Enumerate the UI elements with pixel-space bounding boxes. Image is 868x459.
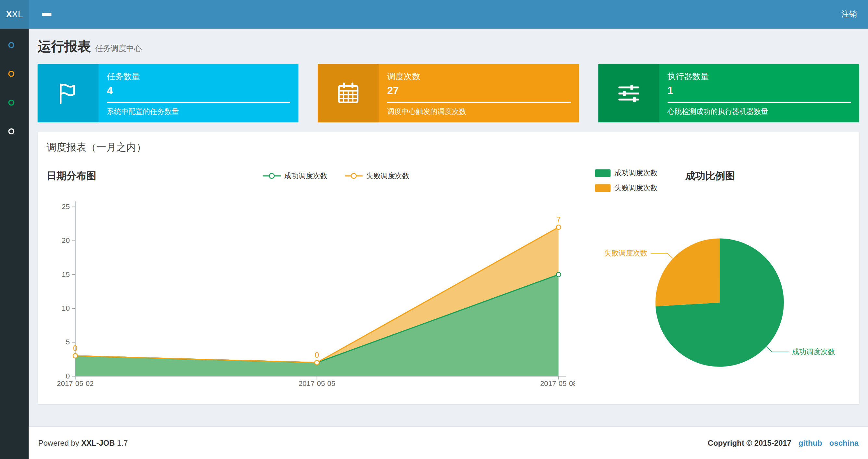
svg-text:5: 5 xyxy=(66,338,69,346)
footer-copyright: Copyright © 2015-2017 github oschina xyxy=(708,438,859,447)
footer: Powered by XXL-JOB 1.7 Copyright © 2015-… xyxy=(29,427,868,459)
info-box-value: 27 xyxy=(387,85,571,97)
panel-body: 日期分布图 成功调度次数 失败调度次数 0510152 xyxy=(38,160,859,404)
legend-label: 成功调度次数 xyxy=(284,171,328,181)
pie-chart-legend: 成功调度次数 失败调度次数 xyxy=(595,168,658,193)
page-title: 运行报表 xyxy=(38,39,91,54)
info-box-value: 4 xyxy=(107,85,290,97)
legend-item-success[interactable]: 成功调度次数 xyxy=(262,171,328,181)
top-navbar: XXL 注销 xyxy=(0,0,868,29)
footer-powered-by: Powered by XXL-JOB 1.7 xyxy=(38,438,128,447)
line-chart-legend: 成功调度次数 失败调度次数 xyxy=(96,171,575,181)
navbar-content: 注销 xyxy=(29,0,868,29)
line-chart-title: 日期分布图 xyxy=(46,169,96,183)
info-box-content: 执行器数量 1 心跳检测成功的执行器机器数量 xyxy=(659,64,859,122)
logout-link[interactable]: 注销 xyxy=(841,9,857,20)
svg-text:2017-05-05: 2017-05-05 xyxy=(299,380,335,388)
svg-text:10: 10 xyxy=(62,304,70,312)
legend-item-fail[interactable]: 失败调度次数 xyxy=(595,183,658,193)
page-subtitle: 任务调度中心 xyxy=(95,44,142,53)
line-marker-icon xyxy=(262,172,281,180)
svg-text:7: 7 xyxy=(556,215,561,224)
logo-text: XL xyxy=(12,9,23,20)
progress-bar xyxy=(107,102,290,103)
hamburger-icon xyxy=(42,13,52,16)
info-box: 调度次数 27 调度中心触发的调度次数 xyxy=(318,64,579,122)
report-panel: 调度报表（一月之内） 日期分布图 成功调度次数 失败调 xyxy=(38,132,859,404)
info-box-row: 任务数量 4 系统中配置的任务数量 xyxy=(38,64,859,122)
svg-text:0: 0 xyxy=(73,344,77,353)
info-box: 任务数量 4 系统中配置的任务数量 xyxy=(38,64,299,122)
content-header: 运行报表任务调度中心 xyxy=(29,29,868,56)
sliders-icon xyxy=(598,64,659,122)
line-chart-header: 日期分布图 成功调度次数 失败调度次数 xyxy=(46,167,575,185)
info-box-label: 执行器数量 xyxy=(668,71,851,82)
svg-text:25: 25 xyxy=(62,202,70,211)
calendar-icon xyxy=(318,64,379,122)
product-version: 1.7 xyxy=(117,438,128,447)
github-link[interactable]: github xyxy=(799,438,822,447)
circle-icon xyxy=(8,99,14,105)
circle-icon xyxy=(8,42,14,48)
success-ratio-section: 成功调度次数 失败调度次数 成功比例图 成功调度次数失败调度次数 xyxy=(575,163,850,391)
copyright-text: Copyright © 2015-2017 xyxy=(708,438,791,447)
info-box-description: 心跳检测成功的执行器机器数量 xyxy=(668,107,851,117)
legend-item-fail[interactable]: 失败调度次数 xyxy=(344,171,409,181)
svg-text:15: 15 xyxy=(62,270,70,278)
sidebar-item-4[interactable] xyxy=(0,117,29,146)
svg-text:成功调度次数: 成功调度次数 xyxy=(792,348,835,356)
main-content: 运行报表任务调度中心 任务数量 4 系统中配置的任务数量 xyxy=(29,29,868,404)
svg-text:2017-05-02: 2017-05-02 xyxy=(57,380,94,388)
info-box-content: 任务数量 4 系统中配置的任务数量 xyxy=(98,64,299,122)
sidebar-toggle-button[interactable] xyxy=(39,9,55,20)
product-name: XXL-JOB xyxy=(81,438,115,447)
powered-by-text: Powered by xyxy=(38,438,79,447)
panel-title: 调度报表（一月之内） xyxy=(38,132,859,160)
sidebar-item-1[interactable] xyxy=(0,31,29,59)
date-distribution-section: 日期分布图 成功调度次数 失败调度次数 0510152 xyxy=(46,163,575,391)
legend-swatch-icon xyxy=(595,184,611,192)
progress-bar xyxy=(668,102,851,103)
legend-swatch-icon xyxy=(595,169,611,177)
success-ratio-chart[interactable]: 成功调度次数失败调度次数 xyxy=(595,193,844,387)
info-box-label: 任务数量 xyxy=(107,71,290,82)
logo-text-bold: X xyxy=(6,9,12,20)
sidebar xyxy=(0,29,29,459)
oschina-link[interactable]: oschina xyxy=(829,438,859,447)
progress-bar xyxy=(387,102,571,103)
legend-label: 成功调度次数 xyxy=(615,168,658,178)
svg-text:0: 0 xyxy=(66,372,69,380)
date-distribution-chart[interactable]: 05101520252017-05-022017-05-052017-05-08… xyxy=(46,189,575,388)
info-box-description: 调度中心触发的调度次数 xyxy=(387,107,571,117)
info-box: 执行器数量 1 心跳检测成功的执行器机器数量 xyxy=(598,64,859,122)
sidebar-item-3[interactable] xyxy=(0,88,29,117)
legend-item-success[interactable]: 成功调度次数 xyxy=(595,168,658,178)
pie-chart-title: 成功比例图 xyxy=(685,169,735,183)
info-box-description: 系统中配置的任务数量 xyxy=(107,107,290,117)
circle-icon xyxy=(8,128,14,134)
app-logo[interactable]: XXL xyxy=(0,0,29,29)
line-marker-icon xyxy=(344,172,363,180)
svg-text:2017-05-08: 2017-05-08 xyxy=(540,380,575,388)
svg-text:失败调度次数: 失败调度次数 xyxy=(604,249,647,257)
legend-label: 失败调度次数 xyxy=(615,183,658,193)
flag-icon xyxy=(38,64,98,122)
pie-chart-header: 成功调度次数 失败调度次数 成功比例图 xyxy=(595,168,850,193)
svg-text:0: 0 xyxy=(315,351,319,359)
sidebar-item-2[interactable] xyxy=(0,59,29,88)
app: XXL 注销 运行报表任务调度中心 xyxy=(0,0,868,459)
info-box-label: 调度次数 xyxy=(387,71,571,82)
info-box-content: 调度次数 27 调度中心触发的调度次数 xyxy=(379,64,579,122)
circle-icon xyxy=(8,70,14,76)
info-box-value: 1 xyxy=(668,85,851,97)
legend-label: 失败调度次数 xyxy=(366,171,409,181)
svg-text:20: 20 xyxy=(62,236,70,244)
